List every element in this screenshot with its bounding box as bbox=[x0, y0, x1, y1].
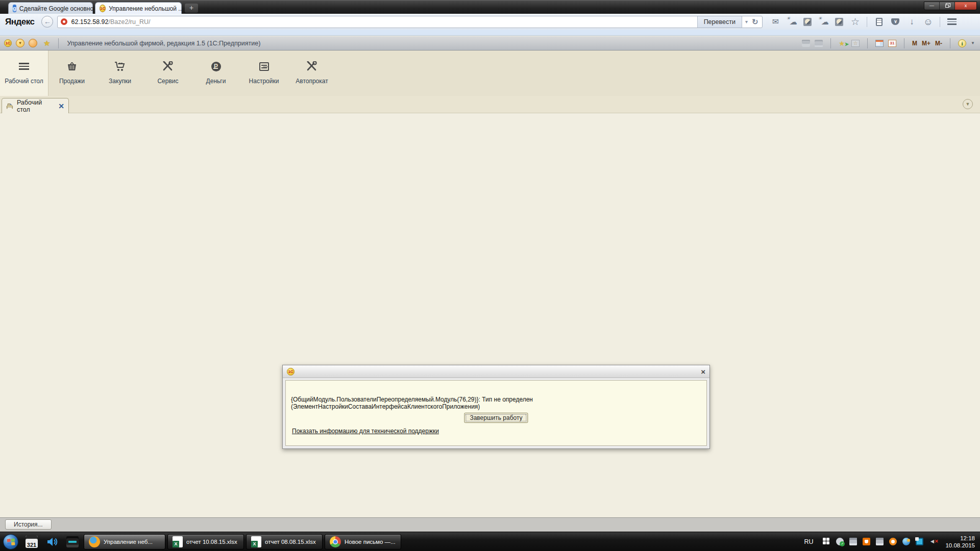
window-minimize-button[interactable]: — bbox=[924, 2, 940, 10]
back-button[interactable]: ← bbox=[41, 16, 53, 28]
save-icon[interactable] bbox=[802, 40, 810, 47]
windows-orb-icon bbox=[3, 533, 19, 549]
taskbar-button-label: отчет 08.08.15.xlsx bbox=[265, 539, 316, 545]
browser-tab-title: Управление небольшой ... bbox=[109, 5, 183, 12]
section-label: Настройки bbox=[243, 78, 284, 85]
downloads-icon[interactable]: ↓ bbox=[907, 17, 916, 27]
dialog-title-bar[interactable]: 1С × bbox=[283, 365, 709, 378]
favorites-box-icon[interactable]: ☆ bbox=[851, 40, 860, 47]
memory-mplus-button[interactable]: M+ bbox=[922, 40, 930, 47]
separator bbox=[830, 38, 831, 48]
volume-mixer-button[interactable] bbox=[42, 532, 62, 551]
dialog-body: {ОбщийМодуль.ПользователиПереопределяемы… bbox=[285, 380, 707, 446]
reload-icon[interactable]: ↻ bbox=[751, 17, 763, 27]
window-restore-button[interactable] bbox=[940, 2, 955, 10]
calculator-icon[interactable] bbox=[875, 40, 884, 47]
toolbar-extensions: ✉ ☀☁ ☀☁ ☆ ∨ ↓ ☺ bbox=[771, 17, 957, 27]
printer-tray-icon[interactable] bbox=[876, 538, 884, 545]
weather-icon[interactable]: ☀☁ bbox=[819, 17, 828, 27]
app-tab-close-icon[interactable]: ✕ bbox=[58, 102, 64, 110]
muted-speaker-icon[interactable]: ◄ bbox=[929, 538, 937, 545]
antivirus-tray-icon[interactable] bbox=[836, 538, 844, 545]
section-settings[interactable]: Настройки bbox=[240, 51, 288, 96]
start-button[interactable] bbox=[0, 532, 21, 551]
section-autorent[interactable]: Автопрокат bbox=[288, 51, 336, 96]
display-tray-icon[interactable] bbox=[916, 538, 923, 545]
translate-button[interactable]: Перевести bbox=[697, 16, 742, 28]
menu-hamburger-icon[interactable] bbox=[947, 18, 957, 25]
app-header: 1С ▾ ★ Управление небольшой фирмой, реда… bbox=[0, 36, 980, 51]
history-round-button[interactable] bbox=[29, 39, 37, 47]
url-bar[interactable]: 62.152.58.92 /Baze2/ru_RU/ Перевести ▾ ↻ bbox=[57, 16, 763, 28]
ruble-icon: Р bbox=[211, 62, 221, 71]
translate-dropdown-icon[interactable]: ▾ bbox=[742, 19, 751, 24]
printer-tray-icon[interactable] bbox=[849, 538, 857, 545]
tech-support-link[interactable]: Показать информацию для технической подд… bbox=[292, 428, 439, 435]
network-globe-tray-icon[interactable] bbox=[902, 538, 910, 545]
memory-m-button[interactable]: M bbox=[912, 40, 917, 47]
tray-date: 10.08.2015 bbox=[945, 542, 975, 549]
media-player-classic-button[interactable]: 321 bbox=[21, 532, 42, 551]
tray-clock[interactable]: 12:18 10.08.2015 bbox=[945, 535, 975, 549]
url-domain: 62.152.58.92 bbox=[71, 18, 108, 26]
section-desktop[interactable]: Рабочий стол bbox=[0, 51, 48, 96]
history-button[interactable]: История... bbox=[5, 519, 52, 530]
browser-tab-1c[interactable]: 1С Управление небольшой ... × bbox=[95, 2, 182, 14]
desktop-menu-icon bbox=[19, 63, 29, 70]
java-tray-icon[interactable] bbox=[863, 538, 870, 545]
dialog-close-icon[interactable]: × bbox=[701, 368, 705, 375]
main-menu-button[interactable]: ▾ bbox=[16, 39, 24, 47]
url-path: /Baze2/ru_RU/ bbox=[108, 18, 697, 26]
add-favorite-icon[interactable]: ★➤ bbox=[839, 40, 847, 47]
app-content: 1С × {ОбщийМодуль.ПользователиПереопреде… bbox=[0, 113, 980, 517]
weather-icon[interactable]: ☀☁ bbox=[787, 17, 796, 27]
status-bar: История... bbox=[0, 517, 980, 532]
taskbar-button-excel-2[interactable]: отчет 08.08.15.xlsx bbox=[246, 534, 323, 549]
taskbar-button-chrome[interactable]: Новое письмо —... bbox=[325, 534, 401, 549]
favorites-star-icon[interactable]: ★ bbox=[43, 39, 50, 48]
taskbar-button-excel-1[interactable]: отчет 10.08.15.xlsx bbox=[167, 534, 244, 549]
excel-icon bbox=[251, 536, 261, 547]
bookmarks-list-icon[interactable] bbox=[876, 18, 883, 26]
mpc-icon: 321 bbox=[26, 536, 38, 548]
printer-app-button[interactable] bbox=[62, 532, 83, 551]
app-header-tools: ★➤ ☆ 31 M M+ M- i ▼ bbox=[802, 38, 975, 48]
1c-logo-icon: 1С bbox=[4, 39, 12, 47]
app-tab-label: Рабочий стол bbox=[17, 99, 52, 113]
separator bbox=[904, 38, 904, 48]
avira-tray-icon[interactable] bbox=[889, 538, 897, 545]
app-tab-desktop[interactable]: Рабочий стол ✕ bbox=[2, 98, 69, 114]
restore-icon bbox=[945, 5, 949, 8]
language-indicator[interactable]: RU bbox=[804, 538, 813, 545]
printer-dark-icon bbox=[66, 536, 79, 547]
yandex-disk-icon[interactable] bbox=[803, 18, 812, 26]
section-service[interactable]: Сервис bbox=[144, 51, 192, 96]
tray-time: 12:18 bbox=[945, 535, 975, 542]
taskbar: 321 Управление неб... отчет 10.08.15.xls… bbox=[0, 532, 980, 551]
memory-mminus-button[interactable]: M- bbox=[935, 40, 942, 47]
tab-list-button[interactable]: ▼ bbox=[963, 99, 973, 109]
section-money[interactable]: Р Деньги bbox=[192, 51, 240, 96]
new-tab-button[interactable]: + bbox=[185, 4, 198, 13]
section-label: Рабочий стол bbox=[4, 78, 44, 85]
bookmark-star-icon[interactable]: ☆ bbox=[850, 17, 860, 27]
yandex-disk-icon[interactable] bbox=[835, 18, 843, 26]
info-dropdown-icon[interactable]: ▼ bbox=[971, 41, 975, 45]
calendar-icon[interactable]: 31 bbox=[888, 40, 896, 47]
separator bbox=[867, 38, 868, 48]
window-close-button[interactable]: x bbox=[955, 2, 976, 10]
end-session-button[interactable]: Завершить работу bbox=[464, 413, 528, 423]
browser-tab-google[interactable]: g Сделайте Google основно... × bbox=[8, 2, 93, 14]
section-purchases[interactable]: Закупки bbox=[96, 51, 144, 96]
section-sales[interactable]: Продажи bbox=[48, 51, 96, 96]
pocket-icon[interactable]: ∨ bbox=[891, 18, 899, 25]
info-button[interactable]: i bbox=[958, 39, 966, 47]
feedback-smiley-icon[interactable]: ☺ bbox=[923, 17, 933, 27]
error-message: {ОбщийМодуль.ПользователиПереопределяемы… bbox=[291, 396, 701, 410]
taskbar-button-firefox[interactable]: Управление неб... bbox=[84, 534, 165, 549]
window-controls: — x bbox=[924, 2, 977, 10]
windows-tray-icon[interactable] bbox=[823, 538, 830, 545]
yandex-logo[interactable]: Яндекс bbox=[5, 17, 34, 27]
print-icon[interactable] bbox=[815, 40, 823, 47]
mail-icon[interactable]: ✉ bbox=[771, 17, 780, 27]
